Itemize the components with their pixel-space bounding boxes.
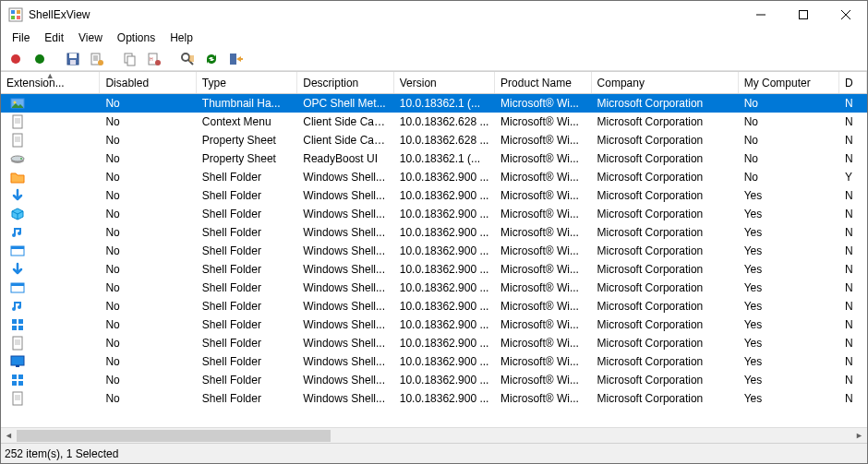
- column-header-1[interactable]: Disabled: [100, 72, 196, 93]
- column-header-7[interactable]: My Computer: [739, 72, 839, 93]
- table-row[interactable]: NoShell FolderWindows Shell...10.0.18362…: [1, 279, 867, 297]
- cell-myc: Yes: [739, 337, 839, 350]
- svg-text:H: H: [150, 56, 153, 62]
- cell-disabled: No: [100, 134, 196, 147]
- cell-type: Thumbnail Ha...: [197, 97, 297, 110]
- cell-d: N: [839, 337, 867, 350]
- extension-cell: [1, 373, 100, 387]
- cell-disabled: No: [100, 171, 196, 184]
- menu-edit[interactable]: Edit: [37, 30, 71, 46]
- column-header-0[interactable]: Extension...▲: [1, 72, 100, 93]
- column-header-3[interactable]: Description: [297, 72, 393, 93]
- scroll-thumb[interactable]: [17, 430, 331, 442]
- minimize-button[interactable]: [740, 1, 782, 29]
- scroll-track[interactable]: [17, 428, 851, 444]
- toolbar-find-button[interactable]: [178, 50, 197, 68]
- properties-icon: [90, 52, 104, 66]
- cell-comp: Microsoft Corporation: [592, 171, 739, 184]
- cell-disabled: No: [100, 244, 196, 257]
- list-body[interactable]: NoThumbnail Ha...OPC Shell Met...10.0.18…: [1, 94, 867, 427]
- cell-comp: Microsoft Corporation: [592, 189, 739, 202]
- toolbar-refresh-button[interactable]: [202, 50, 221, 68]
- extension-cell: [1, 317, 100, 332]
- table-row[interactable]: NoShell FolderWindows Shell...10.0.18362…: [1, 315, 867, 334]
- toolbar-green-dot-button[interactable]: [30, 50, 49, 68]
- cell-comp: Microsoft Corporation: [592, 300, 739, 313]
- extension-cell: [1, 207, 100, 221]
- menu-file[interactable]: File: [5, 30, 37, 46]
- cell-myc: No: [739, 152, 839, 165]
- column-header-4[interactable]: Version: [394, 72, 495, 93]
- cell-comp: Microsoft Corporation: [592, 134, 739, 147]
- cell-d: N: [839, 226, 867, 239]
- menu-options[interactable]: Options: [110, 30, 163, 46]
- cell-comp: Microsoft Corporation: [592, 374, 739, 387]
- table-row[interactable]: NoProperty SheetReadyBoost UI10.0.18362.…: [1, 149, 867, 168]
- table-row[interactable]: NoShell FolderWindows Shell...10.0.18362…: [1, 389, 867, 408]
- arrow-down-icon: [6, 262, 25, 277]
- cell-desc: Windows Shell...: [297, 189, 393, 202]
- cell-type: Shell Folder: [197, 189, 297, 202]
- cell-disabled: No: [100, 337, 196, 350]
- column-header-2[interactable]: Type: [197, 72, 297, 93]
- horizontal-scrollbar[interactable]: ◄ ►: [1, 427, 867, 443]
- scroll-left-button[interactable]: ◄: [1, 428, 17, 444]
- cell-prod: Microsoft® Wi...: [495, 281, 591, 294]
- svg-rect-49: [13, 337, 22, 350]
- table-row[interactable]: NoContext MenuClient Side Cac...10.0.183…: [1, 113, 867, 131]
- column-header-8[interactable]: D: [839, 72, 867, 93]
- maximize-button[interactable]: [782, 1, 825, 29]
- cell-ver: 10.0.18362.900 ...: [394, 281, 495, 294]
- cell-disabled: No: [100, 281, 196, 294]
- svg-rect-2: [17, 10, 20, 14]
- cell-comp: Microsoft Corporation: [592, 226, 739, 239]
- table-row[interactable]: NoThumbnail Ha...OPC Shell Met...10.0.18…: [1, 94, 867, 113]
- table-row[interactable]: NoShell FolderWindows Shell...10.0.18362…: [1, 371, 867, 389]
- toolbar-html-report-button[interactable]: H: [145, 50, 163, 68]
- table-row[interactable]: NoShell FolderWindows Shell...10.0.18362…: [1, 168, 867, 186]
- table-row[interactable]: NoShell FolderWindows Shell...10.0.18362…: [1, 242, 867, 260]
- extension-cell: [1, 244, 100, 258]
- column-header-5[interactable]: Product Name: [495, 72, 591, 93]
- find-icon: [180, 52, 195, 66]
- list-view: Extension...▲DisabledTypeDescriptionVers…: [1, 71, 867, 443]
- extension-cell: [1, 170, 100, 184]
- cell-myc: No: [739, 134, 839, 147]
- cell-ver: 10.0.18362.900 ...: [394, 263, 495, 276]
- toolbar-red-dot-button[interactable]: [6, 50, 25, 68]
- cell-d: Y: [839, 171, 867, 184]
- toolbar-copy-button[interactable]: [121, 50, 139, 68]
- table-row[interactable]: NoShell FolderWindows Shell...10.0.18362…: [1, 334, 867, 352]
- table-row[interactable]: NoShell FolderWindows Shell...10.0.18362…: [1, 297, 867, 315]
- toolbar-properties-button[interactable]: [88, 50, 106, 68]
- cell-myc: Yes: [739, 300, 839, 313]
- cell-comp: Microsoft Corporation: [592, 263, 739, 276]
- cell-disabled: No: [100, 300, 196, 313]
- menu-view[interactable]: View: [71, 30, 110, 46]
- svg-rect-44: [11, 283, 24, 286]
- table-row[interactable]: NoShell FolderWindows Shell...10.0.18362…: [1, 223, 867, 242]
- table-row[interactable]: NoProperty SheetClient Side Cac...10.0.1…: [1, 131, 867, 149]
- toolbar-exit-button[interactable]: [226, 50, 245, 68]
- svg-rect-45: [12, 319, 17, 324]
- column-header-6[interactable]: Company: [592, 72, 739, 93]
- toolbar-save-button[interactable]: [64, 50, 82, 68]
- close-button[interactable]: [825, 1, 867, 29]
- table-row[interactable]: NoShell FolderWindows Shell...10.0.18362…: [1, 186, 867, 205]
- extension-cell: [1, 280, 100, 295]
- scroll-right-button[interactable]: ►: [851, 428, 867, 444]
- svg-rect-34: [13, 134, 22, 147]
- cell-desc: Windows Shell...: [297, 318, 393, 331]
- table-row[interactable]: NoShell FolderWindows Shell...10.0.18362…: [1, 205, 867, 223]
- cell-disabled: No: [100, 97, 196, 110]
- cell-type: Shell Folder: [197, 300, 297, 313]
- menu-help[interactable]: Help: [163, 30, 200, 46]
- monitor-icon: [6, 354, 25, 369]
- cell-desc: Windows Shell...: [297, 300, 393, 313]
- status-bar: 252 item(s), 1 Selected: [1, 443, 867, 463]
- cell-type: Shell Folder: [197, 318, 297, 331]
- cell-ver: 10.0.18362.1 (...: [394, 152, 495, 165]
- table-row[interactable]: NoShell FolderWindows Shell...10.0.18362…: [1, 260, 867, 279]
- table-row[interactable]: NoShell FolderWindows Shell...10.0.18362…: [1, 352, 867, 371]
- cell-type: Shell Folder: [197, 281, 297, 294]
